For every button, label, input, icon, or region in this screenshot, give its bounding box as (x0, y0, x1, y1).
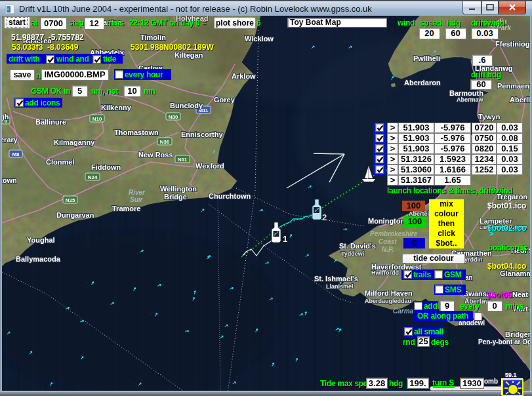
svg-text:Neat: Neat (512, 290, 528, 298)
svg-text:Thomastown: Thomastown (114, 129, 159, 136)
svg-text:gh: gh (2, 113, 9, 121)
svg-text:Ballymacoda: Ballymacoda (16, 255, 61, 263)
svg-text:Wicklow: Wicklow (245, 35, 274, 43)
svg-text:Ballinure: Ballinure (35, 118, 66, 126)
svg-text:Pen-y-bont ar Og: Pen-y-bont ar Og (478, 338, 530, 346)
svg-text:N80: N80 (169, 114, 178, 120)
svg-text:Churchtown: Churchtown (209, 192, 251, 200)
svg-text:Bridgend: Bridgend (505, 330, 530, 338)
svg-text:an: an (465, 274, 473, 281)
svg-text:Suir: Suir (130, 196, 144, 203)
svg-text:River: River (129, 189, 146, 196)
svg-text:Dungarvan: Dungarvan (56, 211, 94, 219)
svg-text:2: 2 (322, 212, 327, 222)
svg-text:Llanismel: Llanismel (326, 283, 354, 290)
svg-text:Aberlle: Aberlle (510, 96, 530, 104)
svg-text:Timolin: Timolin (140, 33, 166, 41)
svg-text:St. David's: St. David's (339, 242, 376, 250)
svg-text:Tywyn: Tywyn (478, 113, 501, 121)
svg-text:Wellington: Wellington (160, 185, 197, 193)
svg-text:Clonmel: Clonmel (46, 158, 74, 166)
svg-text:yrddin: yrddin (464, 256, 483, 263)
svg-text:N.P.: N.P. (382, 246, 394, 253)
svg-text:1: 1 (283, 234, 287, 244)
svg-text:N11: N11 (178, 157, 188, 163)
svg-text:Milford Haven: Milford Haven (365, 289, 413, 297)
svg-text:Aberdaugleddau: Aberdaugleddau (365, 298, 411, 304)
svg-text:St. Ishmael's: St. Ishmael's (314, 275, 358, 283)
svg-text:omb: omb (484, 378, 498, 385)
svg-text:Gorey: Gorey (214, 96, 235, 104)
svg-text:Youghal: Youghal (27, 236, 55, 244)
svg-text:Bridge: Bridge (164, 193, 187, 201)
svg-text:Kilkenny: Kilkenny (101, 104, 132, 111)
svg-text:N30: N30 (160, 139, 170, 145)
svg-text:Penmaenpo: Penmaenpo (497, 82, 530, 90)
svg-text:N25: N25 (66, 197, 75, 203)
svg-text:erary: erary (2, 136, 18, 144)
svg-text:town: town (2, 176, 17, 184)
svg-text:Arklow: Arklow (232, 72, 256, 80)
svg-text:Hwlffordd: Hwlffordd (371, 269, 399, 276)
svg-text:Tyddewi: Tyddewi (341, 250, 364, 257)
svg-text:N24: N24 (88, 174, 98, 180)
svg-text:Tramore: Tramore (112, 205, 140, 212)
svg-text:Aberdaron: Aberdaron (404, 79, 441, 87)
svg-text:Abermaw: Abermaw (457, 96, 484, 103)
svg-text:Pwllheli: Pwllheli (413, 54, 440, 62)
svg-text:Carma: Carma (393, 307, 414, 315)
svg-text:Fiddown: Fiddown (91, 163, 121, 171)
svg-text:N10: N10 (92, 116, 102, 122)
svg-text:Coast: Coast (379, 238, 397, 245)
svg-text:Monington: Monington (368, 217, 405, 225)
svg-text:59.1: 59.1 (505, 372, 517, 378)
svg-text:Enniscorthy: Enniscorthy (181, 130, 223, 138)
svg-text:M8: M8 (12, 151, 20, 157)
svg-text:Kilmaganny: Kilmaganny (54, 138, 95, 146)
svg-text:New Ross: New Ross (138, 151, 173, 159)
svg-text:Ffestiniog: Ffestiniog (495, 40, 530, 48)
svg-text:Pembrokeshire: Pembrokeshire (370, 230, 418, 237)
svg-text:Bunclody: Bunclody (170, 102, 203, 109)
svg-text:Wexford: Wexford (195, 162, 224, 170)
svg-text:Kiltegan: Kiltegan (174, 51, 203, 59)
